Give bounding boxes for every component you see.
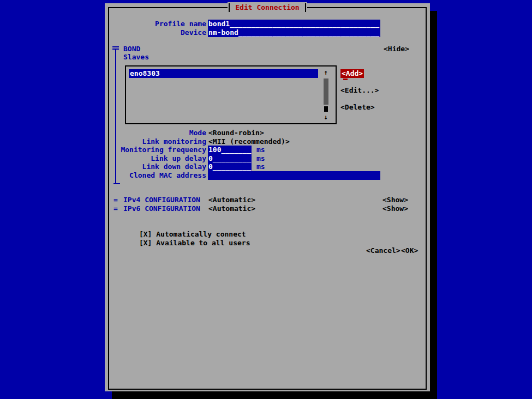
dialog-title-bar: Edit Connection [105,2,430,13]
link-down-delay-unit: ms [256,162,265,171]
mode-select[interactable]: <Round-robin> [208,129,264,137]
ipv4-section-marker: = [113,196,118,204]
mode-label: Mode [109,129,206,137]
link-up-delay-label: Link up delay [109,154,206,163]
add-button-cursor [343,78,348,80]
link-up-delay-input[interactable]: 0_________ [208,154,252,163]
profile-name-input[interactable]: bond1___________________________________ [208,20,380,28]
link-monitoring-select[interactable]: <MII (recommended)> [208,137,290,146]
ipv6-show-button[interactable]: <Show> [382,204,408,213]
bond-section-label: BOND [123,45,140,53]
all-users-checkbox-label: Available to all users [156,239,250,247]
device-label: Device [109,28,206,37]
ok-button[interactable]: <OK> [401,246,418,255]
slaves-listbox[interactable]: eno8303 ↑ ↓ [125,65,337,124]
page-title: Edit Connection [230,2,304,13]
edit-button[interactable]: <Edit...> [340,86,379,95]
bond-section-foot-icon [113,183,120,184]
monitoring-frequency-unit: ms [256,146,265,154]
autoconnect-checkbox[interactable]: [X] Automatically connect [113,221,246,230]
scrollbar-track[interactable] [324,78,328,105]
all-users-checkbox[interactable]: [X] Available to all users [113,230,250,239]
delete-button[interactable]: <Delete> [340,103,375,112]
ipv4-automatic-select[interactable]: <Automatic> [208,196,255,204]
add-button[interactable]: <Add> [340,69,364,78]
terminal-screen: Edit Connection Profile name bond1______… [0,0,532,399]
ipv4-configuration-label: IPv4 CONFIGURATION [123,196,200,204]
ipv6-section-marker: = [113,204,118,213]
title-right-tick-icon [305,3,306,12]
checkbox-mark[interactable]: [X] [139,239,152,247]
link-down-delay-label: Link down delay [109,162,206,171]
monitoring-frequency-input[interactable]: 100_______ [208,146,252,154]
link-up-delay-unit: ms [256,154,265,163]
ipv6-automatic-select[interactable]: <Automatic> [208,204,255,213]
ipv6-configuration-label: IPv6 CONFIGURATION [123,204,200,213]
link-monitoring-label: Link monitoring [109,137,206,146]
list-item-slave[interactable]: eno8303 [129,69,318,78]
ipv4-show-button[interactable]: <Show> [382,196,408,204]
slaves-label: Slaves [123,53,149,62]
cloned-mac-input[interactable] [208,171,380,180]
bond-section-marker-icon [112,46,119,47]
scroll-up-icon[interactable]: ↑ [321,69,330,76]
scrollbar-thumb[interactable] [324,106,328,112]
edit-connection-dialog: Edit Connection Profile name bond1______… [105,3,430,391]
hide-button[interactable]: <Hide> [384,45,409,53]
cancel-button[interactable]: <Cancel> [366,246,401,255]
link-down-delay-input[interactable]: 0_________ [208,162,252,171]
device-input[interactable]: nm-bond_________________________________ [208,28,380,37]
cloned-mac-label: Cloned MAC address [109,171,206,180]
profile-name-label: Profile name [109,20,206,28]
monitoring-frequency-label: Monitoring frequency [109,146,206,154]
scroll-down-icon[interactable]: ↓ [321,113,330,121]
